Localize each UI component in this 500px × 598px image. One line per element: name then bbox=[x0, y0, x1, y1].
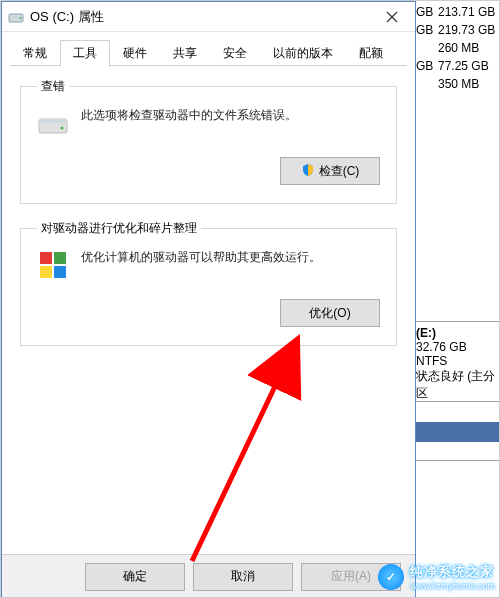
optimize-button-label: 优化(O) bbox=[309, 305, 350, 322]
shield-icon bbox=[301, 163, 315, 180]
svg-line-9 bbox=[192, 361, 287, 561]
error-checking-desc: 此选项将检查驱动器中的文件系统错误。 bbox=[81, 105, 380, 124]
watermark: ✓ 纯净系统之家 www.kzmyhome.com bbox=[378, 563, 495, 591]
watermark-icon: ✓ bbox=[378, 564, 404, 590]
cancel-button[interactable]: 取消 bbox=[193, 563, 293, 591]
svg-rect-6 bbox=[54, 252, 66, 264]
titlebar: OS (C:) 属性 bbox=[2, 2, 415, 32]
drive-disk-icon bbox=[37, 107, 69, 139]
tab-body-tools: 查错 此选项将检查驱动器中的文件系统错误。 检查(C) 对驱动器进行优化和碎片整… bbox=[2, 66, 415, 554]
svg-rect-7 bbox=[40, 266, 52, 278]
error-checking-legend: 查错 bbox=[37, 78, 69, 95]
tab-tools[interactable]: 工具 bbox=[60, 40, 110, 67]
background-volume-panel: (E:) 32.76 GB NTFS 状态良好 (主分区 bbox=[414, 321, 499, 406]
svg-rect-3 bbox=[39, 119, 67, 123]
tab-sharing[interactable]: 共享 bbox=[160, 40, 210, 66]
check-button[interactable]: 检查(C) bbox=[280, 157, 380, 185]
dialog-title: OS (C:) 属性 bbox=[30, 8, 369, 26]
svg-point-1 bbox=[20, 17, 22, 19]
svg-rect-5 bbox=[40, 252, 52, 264]
defrag-icon bbox=[37, 249, 69, 281]
ok-button[interactable]: 确定 bbox=[85, 563, 185, 591]
drive-properties-dialog: OS (C:) 属性 常规 工具 硬件 共享 安全 以前的版本 配额 查错 此选… bbox=[1, 1, 416, 598]
svg-rect-8 bbox=[54, 266, 66, 278]
optimize-legend: 对驱动器进行优化和碎片整理 bbox=[37, 220, 201, 237]
check-button-label: 检查(C) bbox=[319, 163, 360, 180]
tab-previous[interactable]: 以前的版本 bbox=[260, 40, 346, 66]
tab-security[interactable]: 安全 bbox=[210, 40, 260, 66]
tab-strip: 常规 工具 硬件 共享 安全 以前的版本 配额 bbox=[2, 32, 415, 66]
close-icon bbox=[386, 11, 398, 23]
dialog-footer: 确定 取消 应用(A) bbox=[2, 554, 415, 598]
watermark-title: 纯净系统之家 bbox=[410, 563, 495, 581]
tab-general[interactable]: 常规 bbox=[10, 40, 60, 66]
tab-quota[interactable]: 配额 bbox=[346, 40, 396, 66]
annotation-arrow bbox=[152, 146, 322, 566]
drive-icon bbox=[8, 9, 24, 25]
close-button[interactable] bbox=[369, 2, 415, 32]
error-checking-group: 查错 此选项将检查驱动器中的文件系统错误。 检查(C) bbox=[20, 78, 397, 204]
optimize-group: 对驱动器进行优化和碎片整理 优化计算机的驱动器可以帮助其更高效运行。 优化(O) bbox=[20, 220, 397, 346]
background-list: GB213.71 GB GB219.73 GB 260 MB GB77.25 G… bbox=[414, 1, 499, 597]
tab-hardware[interactable]: 硬件 bbox=[110, 40, 160, 66]
svg-point-4 bbox=[61, 127, 64, 130]
optimize-desc: 优化计算机的驱动器可以帮助其更高效运行。 bbox=[81, 247, 380, 266]
watermark-url: www.kzmyhome.com bbox=[410, 581, 495, 591]
optimize-button[interactable]: 优化(O) bbox=[280, 299, 380, 327]
background-disk-strip bbox=[414, 401, 499, 461]
